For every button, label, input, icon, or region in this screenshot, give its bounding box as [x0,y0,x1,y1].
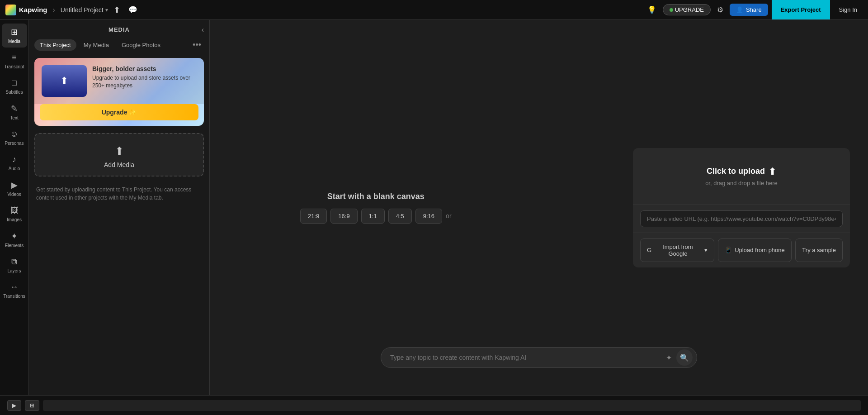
sidebar-tabs: This Project My Media Google Photos ••• [29,39,209,54]
ratio-16-9-button[interactable]: 16:9 [330,209,357,224]
upgrade-card-inner: ⬆ Bigger, bolder assets Upgrade to uploa… [34,58,204,104]
sidebar-info-text: Get started by uploading content to This… [29,180,209,207]
text-nav-label: Text [10,115,18,120]
url-input-row [633,205,850,233]
sidebar-header: MEDIA ‹ [29,20,209,39]
project-chevron-icon: ▾ [105,7,108,13]
project-name-wrap[interactable]: Untitled Project ▾ [61,6,108,14]
sidebar-item-personas[interactable]: ☺ Personas [2,126,27,149]
sidebar-item-media[interactable]: ⊞ Media [2,24,27,48]
click-to-upload-text: Click to upload ⬆ [707,166,776,177]
subtitles-icon: □ [12,78,17,88]
chevron-down-icon: ▾ [704,247,708,253]
ai-sparkle-button[interactable]: ✦ [666,353,672,362]
sidebar-item-audio[interactable]: ♪ Audio [2,151,27,175]
blank-canvas-section: Start with a blank canvas 21:9 16:9 1:1 … [300,192,452,224]
timeline-zoom-button[interactable]: ⊞ [25,400,39,411]
share-icon: 👤 [736,6,743,13]
signin-button[interactable]: Sign In [834,4,863,16]
drag-drop-text: or, drag and drop a file here [705,180,778,186]
sidebar-item-elements[interactable]: ✦ Elements [2,228,27,252]
canvas-area: Start with a blank canvas 21:9 16:9 1:1 … [210,20,868,395]
share-button[interactable]: 👤 Share [730,4,768,16]
sidebar-item-subtitles[interactable]: □ Subtitles [2,75,27,98]
search-button[interactable]: 🔍 [676,349,693,366]
upload-dropzone[interactable]: Click to upload ⬆ or, drag and drop a fi… [633,148,850,205]
sidebar-item-images[interactable]: 🖼 Images [2,202,27,226]
timeline-play-button[interactable]: ▶ [7,400,21,411]
upgrade-card-title: Bigger, bolder assets [92,65,197,72]
ratio-9-16-button[interactable]: 9:16 [415,209,442,224]
personas-icon: ☺ [10,129,18,139]
timeline-track [43,400,861,411]
images-icon: 🖼 [10,206,19,215]
audio-nav-label: Audio [9,166,20,171]
sidebar-collapse-button[interactable]: ‹ [202,26,204,34]
upgrade-card-description: Upgrade to upload and store assets over … [92,74,197,90]
ratio-21-9-button[interactable]: 21:9 [300,209,327,224]
sidebar-item-text[interactable]: ✎ Text [2,100,27,124]
upgrade-card-button[interactable]: Upgrade ✨ [40,104,198,120]
bulb-button[interactable]: 💡 [645,4,659,16]
sidebar-title: MEDIA [108,26,130,33]
upgrade-dot-icon [670,8,673,12]
elements-nav-label: Elements [5,243,24,248]
signin-label: Sign In [839,6,857,13]
transcript-nav-label: Transcript [4,64,24,69]
settings-button[interactable]: ⚙ [714,4,726,16]
sidebar-more-button[interactable]: ••• [190,40,204,50]
phone-icon: 📱 [725,247,732,253]
transcript-icon: ≡ [12,53,17,62]
main-layout: ⊞ Media ≡ Transcript □ Subtitles ✎ Text … [0,20,868,395]
sidebar-panel: MEDIA ‹ This Project My Media Google Pho… [29,20,210,395]
media-nav-label: Media [8,39,20,44]
app-logo-icon [5,5,16,15]
url-input[interactable] [640,210,843,227]
try-sample-button[interactable]: Try a sample [795,239,843,262]
audio-icon: ♪ [12,155,16,164]
sidebar-item-transcript[interactable]: ≡ Transcript [2,49,27,73]
transitions-nav-label: Transitions [3,294,25,299]
add-media-section[interactable]: ⬆ Add Media [34,133,204,176]
text-icon: ✎ [11,104,18,114]
upload-panel: Click to upload ⬆ or, drag and drop a fi… [633,148,850,267]
elements-icon: ✦ [11,231,18,241]
add-media-label: Add Media [104,161,134,168]
personas-nav-label: Personas [5,141,24,146]
upgrade-label: UPGRADE [675,6,704,13]
upgrade-card-text: Bigger, bolder assets Upgrade to upload … [92,65,197,97]
upgrade-button[interactable]: UPGRADE [663,4,711,15]
sidebar-item-layers[interactable]: ⧉ Layers [2,253,27,277]
ratio-1-1-button[interactable]: 1:1 [361,209,385,224]
tab-this-project[interactable]: This Project [34,39,76,51]
left-nav: ⊞ Media ≡ Transcript □ Subtitles ✎ Text … [0,20,29,395]
upload-topbar-button[interactable]: ⬆ [112,3,122,17]
ratio-4-5-button[interactable]: 4:5 [388,209,412,224]
sidebar-item-transitions[interactable]: ↔ Transitions [2,279,27,302]
app-logo-text: Kapwing [19,6,47,14]
breadcrumb-separator: › [53,6,55,14]
logo-area: Kapwing [5,5,47,15]
layers-icon: ⧉ [11,257,17,267]
export-label: Export Project [781,6,821,13]
media-icon: ⊞ [11,27,18,37]
ai-prompt-input[interactable] [381,347,697,368]
images-nav-label: Images [7,217,22,222]
transitions-icon: ↔ [10,282,19,292]
upgrade-card: ⬆ Bigger, bolder assets Upgrade to uploa… [34,58,204,126]
sidebar-item-videos[interactable]: ▶ Videos [2,176,27,200]
videos-icon: ▶ [11,180,18,190]
upload-phone-button[interactable]: 📱 Upload from phone [718,239,792,262]
upload-arrow-icon: ⬆ [769,166,776,177]
tab-my-media[interactable]: My Media [78,39,114,51]
share-label: Share [746,6,762,13]
tab-google-photos[interactable]: Google Photos [116,39,166,51]
comment-button[interactable]: 💬 [126,4,140,16]
google-icon: G [647,247,651,253]
canvas-ratios: 21:9 16:9 1:1 4:5 9:16 or [300,209,452,224]
export-button[interactable]: Export Project [772,0,830,19]
upload-actions: G Import from Google ▾ 📱 Upload from pho… [633,233,850,267]
upgrade-card-thumbnail: ⬆ [42,65,87,97]
import-google-button[interactable]: G Import from Google ▾ [640,239,714,262]
blank-canvas-title: Start with a blank canvas [327,192,425,201]
